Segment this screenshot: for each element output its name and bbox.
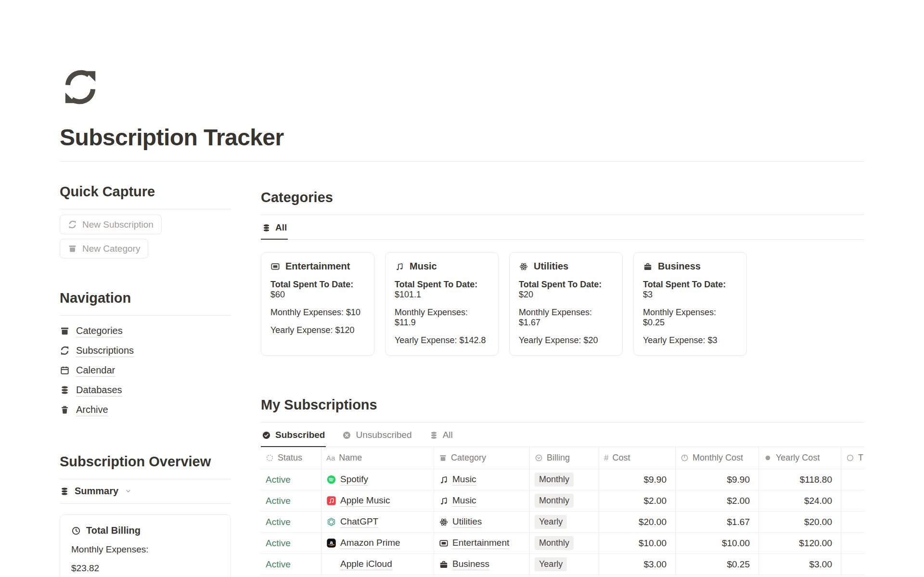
name-cell[interactable]: Apple Music	[321, 490, 434, 511]
category-card-entertainment[interactable]: Entertainment Total Spent To Date: $60 M…	[261, 252, 374, 356]
column-label: Billing	[547, 453, 570, 463]
subscription-name-link[interactable]: Apple Music	[340, 495, 390, 507]
name-cell[interactable]: ChatGPT	[321, 512, 434, 532]
sidebar-item-label[interactable]: Calendar	[76, 364, 115, 377]
billing-cell[interactable]: Monthly	[530, 469, 599, 490]
status-value: Active	[266, 474, 291, 485]
billing-cell[interactable]: Monthly	[530, 533, 599, 553]
column-header-cost[interactable]: # Cost	[599, 447, 676, 469]
category-cell[interactable]: Music	[434, 490, 530, 511]
truncated-cell[interactable]	[841, 490, 864, 511]
monthly-cost-cell[interactable]: $10.00	[676, 533, 759, 553]
yearly-cost-sum[interactable]: SUM $285.80	[759, 575, 841, 577]
cost-cell[interactable]: $2.00	[599, 490, 676, 511]
column-header-category[interactable]: Category	[434, 447, 530, 469]
sidebar-item-databases[interactable]: Databases	[60, 380, 231, 400]
billing-pill: Monthly	[535, 473, 574, 487]
cost-cell[interactable]: $9.90	[599, 469, 676, 490]
tab-all-categories[interactable]: All	[261, 215, 288, 240]
status-cell[interactable]: Active	[261, 533, 321, 553]
sidebar-item-categories[interactable]: Categories	[60, 321, 231, 341]
sidebar-item-label[interactable]: Databases	[76, 384, 122, 397]
yearly-cost-cell[interactable]: $20.00	[759, 512, 841, 532]
billing-cell[interactable]: Monthly	[530, 490, 599, 511]
category-card-name: Entertainment	[285, 261, 350, 272]
monthly-cost-cell[interactable]: $0.25	[676, 554, 759, 575]
tab-subscribed[interactable]: Subscribed	[261, 423, 326, 447]
column-header-status[interactable]: Status	[261, 447, 321, 469]
status-cell[interactable]: Active	[261, 512, 321, 532]
subscription-name-link[interactable]: Apple iCloud	[340, 558, 392, 570]
column-header-yearly-cost[interactable]: Yearly Cost	[759, 447, 841, 469]
tab-all-subscriptions[interactable]: All	[428, 423, 454, 447]
billing-cell[interactable]: Yearly	[530, 512, 599, 532]
column-header-monthly-cost[interactable]: Monthly Cost	[676, 447, 759, 469]
category-cell[interactable]: Entertainment	[434, 533, 530, 553]
spotify-icon	[326, 474, 336, 485]
status-cell[interactable]: Active	[261, 554, 321, 575]
category-cards: Entertainment Total Spent To Date: $60 M…	[261, 252, 864, 356]
yearly-cost-cell[interactable]: $120.00	[759, 533, 841, 553]
category-link[interactable]: Music	[452, 495, 476, 507]
yearly-cost-cell[interactable]: $24.00	[759, 490, 841, 511]
tab-label: All	[443, 430, 453, 440]
subscription-name-link[interactable]: Amazon Prime	[340, 537, 400, 549]
category-cell[interactable]: Music	[434, 469, 530, 490]
truncated-cell[interactable]	[841, 512, 864, 532]
status-cell[interactable]: Active	[261, 469, 321, 490]
category-card-music[interactable]: Music Total Spent To Date: $101.1 Monthl…	[385, 252, 499, 356]
subscription-name-link[interactable]: Spotify	[340, 474, 368, 486]
sidebar-item-label[interactable]: Archive	[76, 404, 108, 416]
name-cell[interactable]: Spotify	[321, 469, 434, 490]
tab-unsubscribed[interactable]: Unsubscribed	[341, 423, 412, 447]
total-spent-label: Total Spent To Date:	[395, 280, 477, 289]
status-cell[interactable]: Active	[261, 490, 321, 511]
category-link[interactable]: Music	[452, 474, 476, 486]
billing-pill: Monthly	[535, 494, 574, 508]
column-header-name[interactable]: Aa Name	[321, 447, 434, 469]
quick-capture-section: Quick Capture New Subscription New Categ…	[60, 184, 231, 258]
cost-cell[interactable]: $10.00	[599, 533, 676, 553]
total-spent-label: Total Spent To Date:	[270, 280, 353, 289]
category-cell[interactable]: Utilities	[434, 512, 530, 532]
category-link[interactable]: Entertainment	[452, 537, 509, 549]
sidebar-item-calendar[interactable]: Calendar	[60, 360, 231, 380]
truncated-cell[interactable]	[841, 469, 864, 490]
title-divider	[60, 161, 864, 162]
page-icon sync-icon[interactable]	[60, 66, 101, 108]
page-title[interactable]: Subscription Tracker	[60, 124, 864, 151]
monthly-expenses-label: Monthly Expenses:	[643, 308, 716, 317]
truncated-cell[interactable]	[841, 554, 864, 575]
sidebar-item-archive[interactable]: Archive	[60, 400, 231, 420]
column-header-truncated[interactable]: T	[841, 447, 864, 469]
category-link[interactable]: Business	[452, 558, 489, 570]
monthly-cost-cell[interactable]: $2.00	[676, 490, 759, 511]
cost-cell[interactable]: $3.00	[599, 554, 676, 575]
yearly-cost-cell[interactable]: $3.00	[759, 554, 841, 575]
name-cell[interactable]: Amazon Prime	[321, 533, 434, 553]
category-cell[interactable]: Business	[434, 554, 530, 575]
tv-icon	[270, 262, 280, 271]
new-category-button[interactable]: New Category	[60, 239, 148, 258]
column-header-billing[interactable]: Billing	[530, 447, 599, 469]
new-subscription-button[interactable]: New Subscription	[60, 215, 162, 234]
monthly-cost-cell[interactable]: $1.67	[676, 512, 759, 532]
cost-sum[interactable]: SUM $44.90	[599, 575, 676, 577]
category-card-utilities[interactable]: Utilities Total Spent To Date: $20 Month…	[509, 252, 623, 356]
yearly-cost-cell[interactable]: $118.80	[759, 469, 841, 490]
sidebar-item-label[interactable]: Subscriptions	[76, 345, 134, 357]
billing-cell[interactable]: Yearly	[530, 554, 599, 575]
truncated-cell[interactable]	[841, 533, 864, 553]
category-card-business[interactable]: Business Total Spent To Date: $3 Monthly…	[633, 252, 747, 356]
monthly-cost-cell[interactable]: $9.90	[676, 469, 759, 490]
cost-cell[interactable]: $20.00	[599, 512, 676, 532]
sidebar-item-subscriptions[interactable]: Subscriptions	[60, 341, 231, 360]
summary-view-toggle[interactable]: Summary	[60, 479, 231, 503]
name-cell[interactable]: Apple iCloud	[321, 554, 434, 575]
sidebar-item-label[interactable]: Categories	[76, 325, 123, 337]
subscription-name-link[interactable]: ChatGPT	[340, 516, 378, 528]
category-link[interactable]: Utilities	[452, 516, 482, 528]
status-value: Active	[266, 517, 291, 527]
total-spent-value: $20	[519, 290, 533, 299]
monthly-cost-sum[interactable]: SUM $23.82	[676, 575, 759, 577]
